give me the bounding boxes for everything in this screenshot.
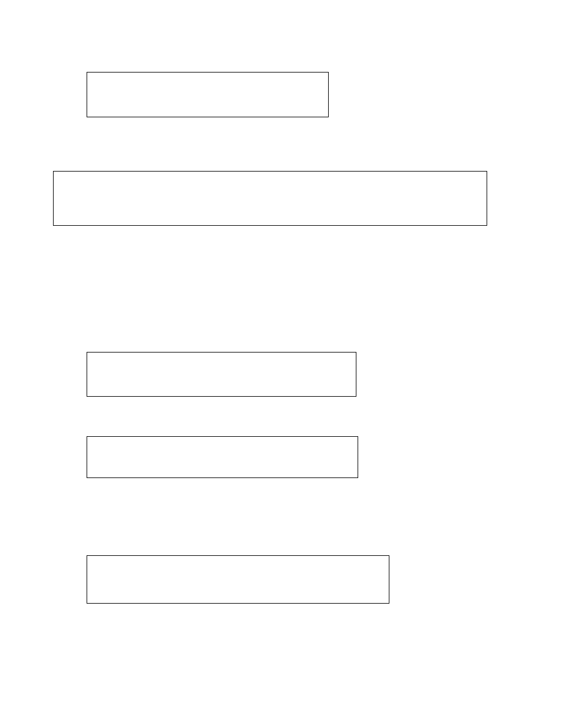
page [0, 0, 562, 728]
empty-box-3 [87, 352, 356, 397]
empty-box-1 [87, 72, 329, 117]
empty-box-5 [87, 555, 389, 604]
empty-box-2 [53, 171, 487, 226]
empty-box-4 [87, 436, 358, 478]
